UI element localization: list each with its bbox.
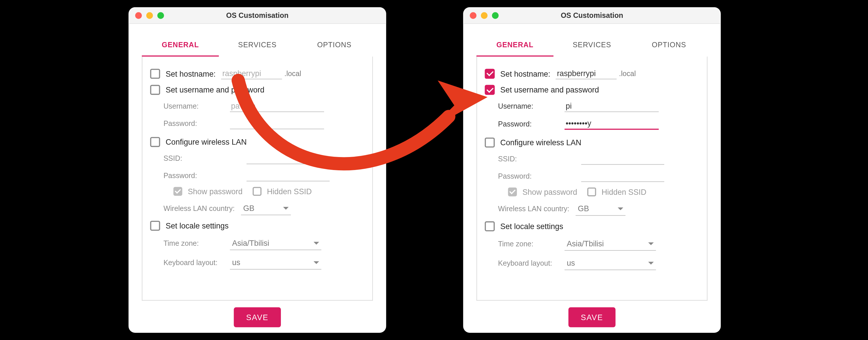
locale-label: Set locale settings [166, 221, 229, 230]
ssid-input[interactable] [581, 153, 664, 165]
timezone-label: Time zone: [163, 239, 230, 248]
wifi-options-row: Show password Hidden SSID [174, 187, 365, 196]
hostname-suffix: .local [284, 69, 301, 78]
userpass-label: Set username and password [166, 85, 265, 94]
window-title: OS Customisation [463, 11, 721, 20]
show-password-checkbox[interactable] [174, 187, 183, 196]
wifi-password-input[interactable] [247, 170, 330, 181]
wifi-password-row: Password: [163, 170, 365, 181]
tab-services[interactable]: SERVICES [553, 35, 630, 56]
ssid-row: SSID: [163, 152, 365, 164]
tab-options[interactable]: OPTIONS [630, 35, 708, 56]
wifi-country-select[interactable]: GB [241, 201, 291, 215]
general-panel: Set hostname: .local Set username and pa… [142, 56, 373, 301]
hostname-suffix: .local [619, 69, 636, 78]
maximize-icon[interactable] [157, 12, 164, 19]
chevron-down-icon [283, 206, 289, 209]
username-input[interactable] [230, 100, 324, 112]
keyboard-label: Keyboard layout: [163, 258, 230, 267]
timezone-value: Asia/Tbilisi [567, 239, 604, 248]
keyboard-value: us [232, 258, 240, 267]
chevron-down-icon [648, 242, 654, 245]
password-label: Password: [498, 120, 565, 128]
hostname-row: Set hostname: .local [485, 68, 699, 79]
os-customisation-window-after: OS Customisation GENERAL SERVICES OPTION… [463, 7, 721, 333]
locale-row: Set locale settings [150, 221, 365, 231]
titlebar: OS Customisation [463, 7, 721, 24]
save-button[interactable]: SAVE [569, 307, 615, 327]
save-button[interactable]: SAVE [234, 307, 281, 327]
timezone-value: Asia/Tbilisi [232, 238, 269, 248]
hidden-ssid-label: Hidden SSID [601, 188, 646, 197]
password-input[interactable] [565, 118, 659, 130]
timezone-row: Time zone: Asia/Tbilisi [498, 237, 699, 251]
wifi-checkbox[interactable] [150, 137, 160, 147]
window-controls [129, 12, 164, 19]
close-icon[interactable] [135, 12, 142, 19]
userpass-checkbox[interactable] [150, 85, 160, 95]
timezone-row: Time zone: Asia/Tbilisi [163, 236, 365, 250]
keyboard-select[interactable]: us [565, 256, 656, 270]
userpass-checkbox[interactable] [485, 85, 495, 95]
wifi-country-value: GB [243, 203, 254, 213]
keyboard-row: Keyboard layout: us [498, 256, 699, 270]
locale-row: Set locale settings [485, 221, 699, 231]
wifi-password-input[interactable] [581, 170, 664, 182]
hostname-row: Set hostname: .local [150, 68, 365, 79]
maximize-icon[interactable] [492, 12, 498, 19]
wifi-password-row: Password: [498, 170, 699, 182]
timezone-select[interactable]: Asia/Tbilisi [230, 236, 321, 250]
tab-general[interactable]: GENERAL [142, 35, 219, 56]
wifi-password-label: Password: [163, 171, 230, 180]
minimize-icon[interactable] [146, 12, 153, 19]
timezone-select[interactable]: Asia/Tbilisi [565, 237, 656, 251]
username-row: Username: [163, 100, 365, 112]
hostname-label: Set hostname: [166, 69, 216, 78]
chevron-down-icon [314, 261, 319, 264]
general-panel: Set hostname: .local Set username and pa… [476, 56, 708, 301]
wifi-country-select[interactable]: GB [576, 202, 625, 216]
wifi-label: Configure wireless LAN [500, 138, 581, 147]
ssid-label: SSID: [498, 155, 565, 163]
tab-general[interactable]: GENERAL [476, 35, 554, 56]
locale-checkbox[interactable] [485, 221, 495, 231]
hostname-input[interactable] [556, 68, 617, 79]
wifi-country-label: Wireless LAN country: [498, 205, 576, 213]
ssid-label: SSID: [163, 154, 230, 163]
chevron-down-icon [314, 242, 319, 244]
username-input[interactable] [565, 100, 659, 112]
keyboard-select[interactable]: us [230, 256, 321, 270]
userpass-row: Set username and password [150, 85, 365, 95]
hostname-checkbox[interactable] [485, 68, 495, 79]
minimize-icon[interactable] [481, 12, 488, 19]
locale-checkbox[interactable] [150, 221, 160, 231]
hostname-input[interactable] [221, 68, 282, 79]
username-label: Username: [163, 102, 230, 110]
wifi-country-label: Wireless LAN country: [163, 204, 241, 213]
tabs: GENERAL SERVICES OPTIONS [142, 35, 373, 56]
userpass-row: Set username and password [485, 85, 699, 95]
tab-options[interactable]: OPTIONS [296, 35, 373, 56]
wifi-password-label: Password: [498, 172, 565, 180]
username-label: Username: [498, 102, 565, 110]
hostname-checkbox[interactable] [150, 68, 160, 79]
hidden-ssid-checkbox[interactable] [252, 187, 261, 196]
hidden-ssid-checkbox[interactable] [587, 188, 596, 197]
keyboard-row: Keyboard layout: us [163, 256, 365, 270]
tabs: GENERAL SERVICES OPTIONS [476, 35, 708, 56]
close-icon[interactable] [470, 12, 476, 19]
tab-services[interactable]: SERVICES [219, 35, 296, 56]
password-input[interactable] [230, 118, 324, 129]
ssid-input[interactable] [247, 152, 330, 164]
wifi-row: Configure wireless LAN [485, 137, 699, 147]
show-password-checkbox[interactable] [508, 188, 517, 197]
username-row: Username: [498, 100, 699, 112]
wifi-country-row: Wireless LAN country: GB [163, 201, 365, 215]
keyboard-value: us [567, 258, 575, 267]
ssid-row: SSID: [498, 153, 699, 165]
password-label: Password: [163, 119, 230, 128]
wifi-checkbox[interactable] [485, 137, 495, 147]
wifi-label: Configure wireless LAN [166, 137, 247, 146]
titlebar: OS Customisation [129, 7, 386, 24]
password-row: Password: [163, 118, 365, 129]
